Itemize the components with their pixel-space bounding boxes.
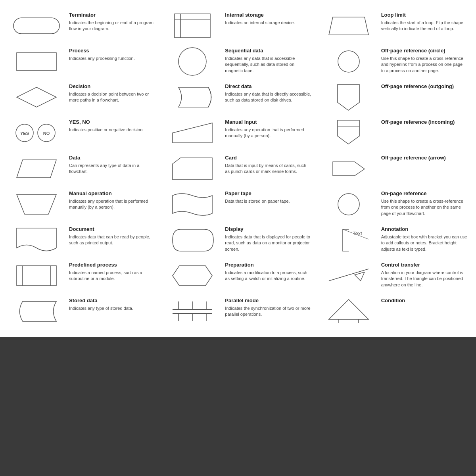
shape-card xyxy=(165,155,220,182)
title-manual-input: Manual input xyxy=(225,119,311,126)
text-paper-tape: Paper tape Data that is stored on paper … xyxy=(220,190,311,204)
shape-manual-operation xyxy=(9,190,64,218)
svg-marker-13 xyxy=(173,123,212,143)
item-predefined-process: Predefined process Indicates a named pro… xyxy=(4,258,160,294)
shape-direct-data xyxy=(165,83,220,111)
text-stored-data: Stored data Indicates any type of stored… xyxy=(64,298,155,311)
item-condition: Condition xyxy=(316,294,472,329)
title-off-page-arrow: Off-page reference (arrow) xyxy=(381,155,467,161)
desc-parallel-mode: Indicates the synchronization of two or … xyxy=(225,305,311,318)
svg-marker-17 xyxy=(173,158,212,180)
desc-terminator: Indicates the beginning or end of a prog… xyxy=(69,20,155,32)
item-off-page-circle: Off-page reference (circle) Use this sha… xyxy=(316,44,472,79)
title-process: Process xyxy=(69,48,155,54)
item-off-page-incoming: Off-page reference (incoming) xyxy=(316,115,472,151)
text-display: Display Indicates data that is displayed… xyxy=(220,226,311,252)
text-off-page-incoming: Off-page reference (incoming) xyxy=(376,119,467,127)
shape-decision xyxy=(9,83,64,111)
desc-loop-limit: Indicates the start of a loop. Flip the … xyxy=(381,20,467,32)
item-loop-limit: Loop limit Indicates the start of a loop… xyxy=(316,8,472,44)
shape-annotation: Text xyxy=(321,226,376,254)
item-yes-no: YES NO YES, NO Indicates positive or neg… xyxy=(4,115,160,151)
shape-predefined-process xyxy=(9,262,64,290)
title-off-page-circle: Off-page reference (circle) xyxy=(381,48,467,54)
title-predefined-process: Predefined process xyxy=(69,262,155,269)
shape-process xyxy=(9,48,64,75)
title-card: Card xyxy=(225,155,311,161)
item-on-page-reference: On-page reference Use this shape to crea… xyxy=(316,186,472,222)
title-stored-data: Stored data xyxy=(69,298,155,304)
item-document: Document Indicates data that can be read… xyxy=(4,222,160,258)
title-sequential-data: Sequential data xyxy=(225,48,311,54)
desc-direct-data: Indicates any data that is directly acce… xyxy=(225,91,311,104)
text-off-page-outgoing: Off-page reference (outgoing) xyxy=(376,83,467,91)
text-parallel-mode: Parallel mode Indicates the synchronizat… xyxy=(220,298,311,318)
desc-card: Data that is input by means of cards, su… xyxy=(225,163,311,175)
shape-control-transfer xyxy=(321,262,376,290)
text-data: Data Can represents any type of data in … xyxy=(64,155,155,175)
text-manual-input: Manual input Indicates any operation tha… xyxy=(220,119,311,139)
item-data: Data Can represents any type of data in … xyxy=(4,151,160,186)
shape-off-page-circle xyxy=(321,48,376,75)
shape-off-page-arrow xyxy=(321,155,376,182)
svg-rect-1 xyxy=(175,14,210,38)
shape-condition xyxy=(321,298,376,325)
shape-internal-storage xyxy=(165,12,220,40)
svg-marker-38 xyxy=(329,299,369,319)
svg-rect-4 xyxy=(17,53,56,71)
svg-marker-16 xyxy=(17,160,56,178)
item-stored-data: Stored data Indicates any type of stored… xyxy=(4,294,160,329)
text-terminator: Terminator Indicates the beginning or en… xyxy=(64,12,155,32)
desc-preparation: Indicates a modification to a process, s… xyxy=(225,270,311,282)
item-card: Card Data that is input by means of card… xyxy=(160,151,316,186)
text-sequential-data: Sequential data Indicates any data that … xyxy=(220,48,311,74)
title-loop-limit: Loop limit xyxy=(381,12,467,19)
svg-marker-14 xyxy=(338,120,359,144)
item-process: Process Indicates any processing functio… xyxy=(4,44,160,79)
shape-stored-data xyxy=(9,298,64,325)
text-yes-no: YES, NO Indicates positive or negative d… xyxy=(64,119,155,133)
item-control-transfer: Control transfer A location in your diag… xyxy=(316,258,472,294)
svg-text:YES: YES xyxy=(20,131,29,136)
title-annotation: Annotation xyxy=(381,226,467,233)
shape-sequential-data xyxy=(165,48,220,75)
text-loop-limit: Loop limit Indicates the start of a loop… xyxy=(376,12,467,32)
shape-on-page-reference xyxy=(321,190,376,218)
svg-point-20 xyxy=(338,194,359,215)
title-manual-operation: Manual operation xyxy=(69,190,155,197)
text-card: Card Data that is input by means of card… xyxy=(220,155,311,175)
text-document: Document Indicates data that can be read… xyxy=(64,226,155,246)
shape-off-page-outgoing xyxy=(321,83,376,111)
title-on-page-reference: On-page reference xyxy=(381,190,467,197)
item-annotation: Text Annotation Adjustable text box with… xyxy=(316,222,472,258)
text-internal-storage: Internal storage Indicates an internal s… xyxy=(220,12,311,26)
title-paper-tape: Paper tape xyxy=(225,190,311,197)
desc-yes-no: Indicates positive or negative decision xyxy=(69,127,155,133)
text-on-page-reference: On-page reference Use this shape to crea… xyxy=(376,190,467,217)
text-direct-data: Direct data Indicates any data that is d… xyxy=(220,83,311,104)
title-off-page-outgoing: Off-page reference (outgoing) xyxy=(381,83,467,90)
svg-marker-27 xyxy=(173,266,212,286)
title-yes-no: YES, NO xyxy=(69,119,155,126)
shape-document xyxy=(9,226,64,254)
desc-process: Indicates any processing function. xyxy=(69,56,155,61)
item-manual-operation: Manual operation Indicates any operation… xyxy=(4,186,160,222)
text-annotation: Annotation Adjustable text box with brac… xyxy=(376,226,467,252)
svg-marker-8 xyxy=(338,84,359,110)
shape-display xyxy=(165,226,220,254)
svg-point-6 xyxy=(338,51,359,72)
shape-manual-input xyxy=(165,119,220,147)
item-paper-tape: Paper tape Data that is stored on paper … xyxy=(160,186,316,222)
title-decision: Decision xyxy=(69,83,155,90)
svg-marker-18 xyxy=(333,162,365,176)
item-preparation: Preparation Indicates a modification to … xyxy=(160,258,316,294)
text-off-page-circle: Off-page reference (circle) Use this sha… xyxy=(376,48,467,74)
title-control-transfer: Control transfer xyxy=(381,262,467,269)
item-off-page-arrow: Off-page reference (arrow) xyxy=(316,151,472,186)
title-direct-data: Direct data xyxy=(225,83,311,90)
desc-internal-storage: Indicates an internal storage device. xyxy=(225,20,311,26)
shape-parallel-mode xyxy=(165,298,220,325)
title-internal-storage: Internal storage xyxy=(225,12,311,19)
shape-off-page-incoming xyxy=(321,119,376,147)
desc-manual-input: Indicates any operation that is performe… xyxy=(225,127,311,139)
